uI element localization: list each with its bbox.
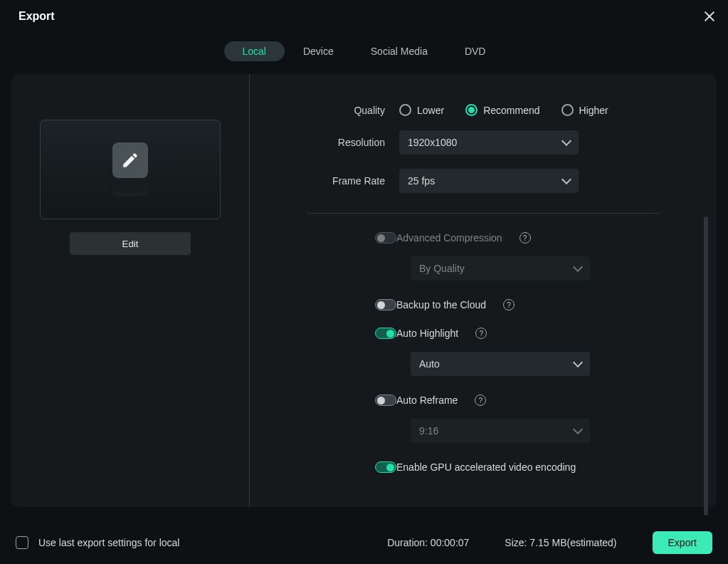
use-last-settings-label: Use last export settings for local xyxy=(38,537,179,548)
radio-dot-icon xyxy=(465,104,478,116)
auto-reframe-ratio-row: 9:16 xyxy=(307,419,660,443)
backup-label: Backup to the Cloud xyxy=(396,299,486,310)
chevron-down-icon xyxy=(573,357,583,367)
footer: Use last export settings for local Durat… xyxy=(0,521,728,564)
resolution-value: 1920x1080 xyxy=(408,137,457,148)
export-button[interactable]: Export xyxy=(653,531,712,554)
quality-higher-radio[interactable]: Higher xyxy=(561,104,608,116)
framerate-select[interactable]: 25 fps xyxy=(399,169,579,193)
window-title: Export xyxy=(19,10,55,23)
gpu-label: Enable GPU accelerated video encoding xyxy=(396,461,576,473)
help-icon[interactable]: ? xyxy=(475,395,486,406)
chevron-down-icon xyxy=(561,136,571,146)
quality-lower-label: Lower xyxy=(417,105,444,116)
settings-column: Quality Lower Recommend Higher Resolutio… xyxy=(250,74,717,507)
auto-highlight-row: Auto Highlight ? xyxy=(307,328,660,339)
adv-compression-toggle[interactable] xyxy=(375,232,396,244)
video-preview xyxy=(40,120,221,219)
adv-compression-row: Advanced Compression ? xyxy=(307,232,660,244)
quality-row: Quality Lower Recommend Higher xyxy=(307,104,660,116)
framerate-row: Frame Rate 25 fps xyxy=(307,169,660,193)
quality-higher-label: Higher xyxy=(579,105,608,116)
quality-recommend-radio[interactable]: Recommend xyxy=(465,104,539,116)
tab-social-media[interactable]: Social Media xyxy=(352,41,446,61)
tab-dvd[interactable]: DVD xyxy=(446,41,505,61)
backup-toggle[interactable] xyxy=(375,299,396,310)
adv-compression-mode-value: By Quality xyxy=(419,263,465,274)
framerate-value: 25 fps xyxy=(408,175,435,187)
export-tabs: Local Device Social Media DVD xyxy=(0,41,728,61)
auto-highlight-label: Auto Highlight xyxy=(396,328,458,339)
chevron-down-icon xyxy=(573,424,583,434)
divider xyxy=(307,213,660,214)
adv-compression-mode-row: By Quality xyxy=(307,256,660,281)
auto-reframe-toggle[interactable] xyxy=(375,395,396,406)
backup-row: Backup to the Cloud ? xyxy=(307,299,660,310)
quality-lower-radio[interactable]: Lower xyxy=(399,104,444,116)
adv-compression-mode-select: By Quality xyxy=(411,256,590,281)
preview-reflection xyxy=(112,181,148,197)
auto-reframe-row: Auto Reframe ? xyxy=(307,395,660,406)
auto-highlight-mode-select[interactable]: Auto xyxy=(411,352,590,376)
help-icon[interactable]: ? xyxy=(503,299,515,310)
auto-reframe-ratio-value: 9:16 xyxy=(419,425,438,437)
auto-reframe-ratio-select: 9:16 xyxy=(411,419,590,443)
radio-dot-icon xyxy=(561,104,574,116)
duration-label: Duration: 00:00:07 xyxy=(387,537,469,548)
adv-compression-label: Advanced Compression xyxy=(396,232,502,244)
scrollbar[interactable] xyxy=(704,216,708,516)
edit-button[interactable]: Edit xyxy=(70,232,191,255)
chevron-down-icon xyxy=(573,262,583,272)
gpu-toggle[interactable] xyxy=(375,461,396,473)
tab-device[interactable]: Device xyxy=(285,41,352,61)
help-icon[interactable]: ? xyxy=(475,328,487,339)
pencil-edit-icon xyxy=(112,142,148,178)
size-label: Size: 7.15 MB(estimated) xyxy=(505,537,616,548)
gpu-row: Enable GPU accelerated video encoding xyxy=(307,461,660,473)
use-last-settings-checkbox[interactable] xyxy=(16,536,28,549)
settings-panel: Edit Quality Lower Recommend Higher xyxy=(11,74,717,507)
quality-radio-group: Lower Recommend Higher xyxy=(399,104,608,116)
preview-column: Edit xyxy=(11,74,250,507)
tab-local[interactable]: Local xyxy=(224,41,285,61)
auto-highlight-mode-value: Auto xyxy=(419,358,440,370)
quality-recommend-label: Recommend xyxy=(483,105,539,116)
auto-highlight-toggle[interactable] xyxy=(375,328,396,339)
help-icon[interactable]: ? xyxy=(519,232,531,244)
resolution-row: Resolution 1920x1080 xyxy=(307,130,660,155)
chevron-down-icon xyxy=(561,174,571,184)
resolution-select[interactable]: 1920x1080 xyxy=(399,130,579,155)
auto-reframe-label: Auto Reframe xyxy=(396,395,458,406)
resolution-label: Resolution xyxy=(307,137,399,148)
close-icon[interactable] xyxy=(704,11,715,22)
radio-dot-icon xyxy=(399,104,411,116)
framerate-label: Frame Rate xyxy=(307,175,399,187)
auto-highlight-mode-row: Auto xyxy=(307,352,660,376)
quality-label: Quality xyxy=(307,105,399,116)
